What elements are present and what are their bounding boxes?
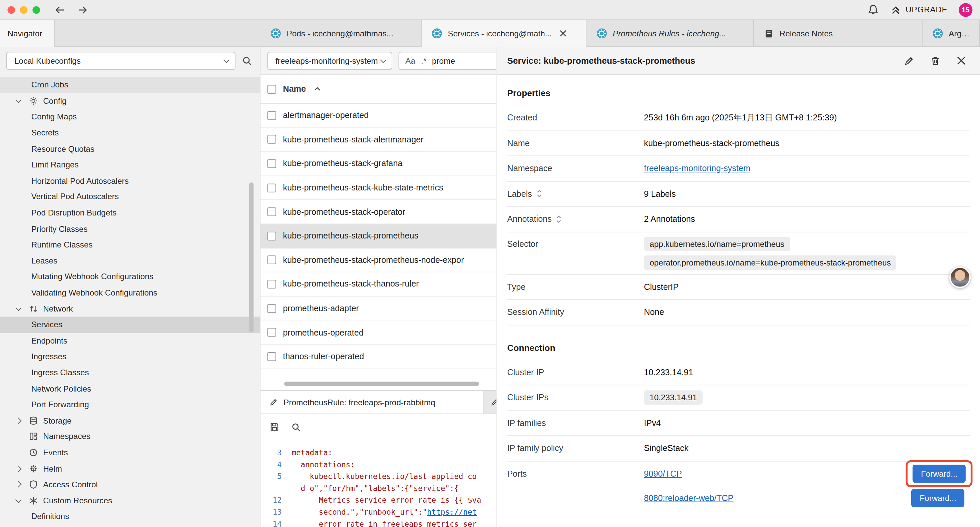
sidebar-item-endpoints[interactable]: Endpoints — [0, 333, 260, 349]
yaml-editor[interactable]: 3metadata: 4 annotations: 5 kubectl.kube… — [261, 440, 497, 527]
close-panel-icon[interactable] — [954, 53, 969, 68]
table-row[interactable]: prometheus-adapter — [261, 296, 497, 320]
sidebar-item-services[interactable]: Services — [0, 317, 260, 333]
notification-count-badge[interactable]: 15 — [959, 3, 972, 16]
sidebar-item-secrets[interactable]: Secrets — [0, 125, 260, 141]
sidebar-scrollbar[interactable] — [249, 182, 253, 332]
match-case-toggle[interactable]: Aa — [405, 56, 415, 65]
chevron-down-icon[interactable] — [16, 498, 23, 503]
sidebar-item-vertical-pod-autoscalers[interactable]: Vertical Pod Autoscalers — [0, 189, 260, 205]
forward-button[interactable]: Forward... — [912, 489, 964, 507]
search-icon[interactable] — [291, 422, 301, 432]
sidebar-item-runtime-classes[interactable]: Runtime Classes — [0, 237, 260, 253]
table-row[interactable]: thanos-ruler-operated — [261, 345, 497, 369]
table-row[interactable]: alertmanager-operated — [261, 104, 497, 128]
sidebar-item-namespaces[interactable]: Namespaces — [0, 428, 260, 444]
edit-pencil-icon[interactable] — [901, 53, 916, 68]
row-checkbox[interactable] — [267, 159, 276, 168]
sidebar-item-helm[interactable]: Helm — [0, 461, 260, 477]
search-field[interactable]: Aa .* — [399, 51, 497, 69]
sidebar-item-validating-webhook-configurations[interactable]: Validating Webhook Configurations — [0, 285, 260, 301]
trash-icon[interactable] — [928, 53, 943, 68]
save-icon[interactable] — [269, 422, 280, 432]
table-row[interactable]: kube-prometheus-stack-kube-state-metrics — [261, 176, 497, 200]
maximize-window-button[interactable] — [32, 6, 40, 13]
editor-line[interactable]: 12 Metrics service error rate is {{ $va — [261, 494, 497, 506]
minimize-window-button[interactable] — [20, 6, 27, 13]
chevron-down-icon[interactable] — [16, 99, 23, 103]
kubeconfig-selector[interactable]: Local Kubeconfigs — [6, 52, 235, 70]
sidebar-item-custom-resources[interactable]: Custom Resources — [0, 492, 260, 508]
sidebar-item-events[interactable]: Events — [0, 444, 260, 461]
row-checkbox[interactable] — [267, 231, 276, 240]
sidebar-item-network-policies[interactable]: Network Policies — [0, 381, 260, 396]
expand-collapse-icon[interactable] — [556, 215, 562, 223]
close-tab-icon[interactable] — [560, 30, 567, 37]
row-checkbox[interactable] — [267, 328, 276, 336]
sidebar-item-network[interactable]: Network — [0, 301, 260, 317]
editor-line[interactable]: d-o","for/hm","labels":{"service":{ — [261, 482, 497, 494]
namespace-selector[interactable]: freeleaps-monitoring-system — [267, 51, 392, 69]
table-row-selected[interactable]: kube-prometheus-stack-prometheus — [261, 224, 497, 248]
row-checkbox[interactable] — [267, 207, 276, 216]
tab-services[interactable]: Services - icecheng@math... — [422, 20, 586, 47]
notifications-bell-icon[interactable] — [868, 4, 879, 15]
sidebar-item-ingress-classes[interactable]: Ingress Classes — [0, 365, 260, 381]
row-checkbox[interactable] — [267, 280, 276, 288]
sidebar-item-config[interactable]: Config — [0, 93, 260, 109]
search-icon[interactable] — [242, 56, 253, 66]
table-row[interactable]: prometheus-operated — [261, 320, 497, 345]
close-window-button[interactable] — [7, 6, 15, 13]
forward-icon[interactable] — [76, 5, 88, 15]
sidebar-item-limit-ranges[interactable]: Limit Ranges — [0, 157, 260, 173]
table-row[interactable]: kube-prometheus-stack-alertmanager — [261, 128, 497, 152]
chevron-right-icon[interactable] — [16, 482, 23, 487]
sidebar-item-definitions[interactable]: Definitions — [0, 508, 260, 524]
user-avatar[interactable] — [949, 267, 970, 288]
row-checkbox[interactable] — [267, 183, 276, 192]
row-checkbox[interactable] — [267, 135, 276, 144]
sidebar-item-priority-classes[interactable]: Priority Classes — [0, 221, 260, 237]
sidebar-item-access-control[interactable]: Access Control — [0, 476, 260, 492]
table-row[interactable]: kube-prometheus-stack-prometheus-node-ex… — [261, 248, 497, 272]
sort-ascending-icon[interactable] — [314, 87, 320, 91]
horizontal-scrollbar[interactable] — [284, 382, 479, 386]
sidebar-item-leases[interactable]: Leases — [0, 253, 260, 269]
editor-line[interactable]: 13 second.","runbook_url":"https://net — [261, 506, 497, 518]
sidebar-item-cron-jobs[interactable]: Cron Jobs — [0, 77, 260, 93]
table-row[interactable]: kube-prometheus-stack-thanos-ruler — [261, 272, 497, 296]
chevron-right-icon[interactable] — [16, 418, 23, 423]
search-input[interactable] — [432, 56, 473, 65]
port-link[interactable]: 9090/TCP — [644, 469, 682, 478]
table-row[interactable]: kube-prometheus-stack-operator — [261, 200, 497, 224]
upgrade-button[interactable]: UPGRADE — [890, 4, 947, 15]
expand-collapse-icon[interactable] — [536, 190, 542, 197]
row-checkbox[interactable] — [267, 304, 276, 312]
dock-tab-prometheusrule[interactable]: PrometheusRule: freeleaps-prod-rabbitmq — [261, 391, 484, 413]
forward-button[interactable]: Forward... — [913, 464, 966, 482]
editor-line[interactable]: 3metadata: — [261, 447, 497, 459]
table-row[interactable]: kube-prometheus-stack-grafana — [261, 152, 497, 176]
tab-release-notes[interactable]: Release Notes — [754, 20, 923, 47]
regex-toggle[interactable]: .* — [421, 56, 426, 65]
select-all-checkbox[interactable] — [267, 85, 276, 93]
sidebar-item-mutating-webhook-configurations[interactable]: Mutating Webhook Configurations — [0, 269, 260, 285]
editor-line[interactable]: 14 error rate in freeleaps metrics ser — [261, 517, 497, 527]
dock-tab-partial[interactable] — [484, 391, 496, 413]
sidebar-item-pod-disruption-budgets[interactable]: Pod Disruption Budgets — [0, 205, 260, 221]
row-checkbox[interactable] — [267, 256, 276, 264]
row-checkbox[interactable] — [267, 111, 276, 120]
editor-line[interactable]: 5 kubectl.kubernetes.io/last-applied-co — [261, 470, 497, 482]
sidebar-item-port-forwarding[interactable]: Port Forwarding — [0, 396, 260, 412]
tab-pods[interactable]: Pods - icecheng@mathmas... — [261, 20, 422, 47]
sidebar-item-resource-quotas[interactable]: Resource Quotas — [0, 141, 260, 157]
tab-prometheus-rules[interactable]: Prometheus Rules - icecheng... — [586, 20, 754, 47]
navigator-panel-tab[interactable]: Navigator — [0, 20, 55, 47]
name-column-header[interactable]: Name — [283, 84, 306, 94]
chevron-down-icon[interactable] — [16, 307, 23, 311]
port-link[interactable]: 8080:reloader-web/TCP — [644, 493, 733, 502]
sidebar-item-horizontal-pod-autoscalers[interactable]: Horizontal Pod Autoscalers — [0, 173, 260, 189]
back-icon[interactable] — [54, 5, 66, 15]
editor-line[interactable]: 4 annotations: — [261, 458, 497, 470]
chevron-right-icon[interactable] — [16, 466, 23, 471]
